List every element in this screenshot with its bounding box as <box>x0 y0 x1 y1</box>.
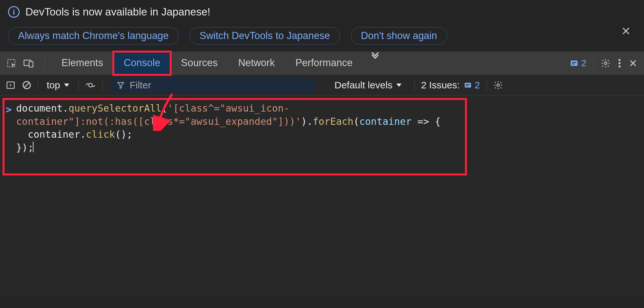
separator <box>414 80 415 91</box>
issues-link[interactable]: 2 Issues: 2 <box>421 80 480 91</box>
switch-language-button[interactable]: Switch DevTools to Japanese <box>190 27 340 45</box>
svg-rect-5 <box>572 64 575 64</box>
svg-point-12 <box>89 83 92 87</box>
log-levels-selector[interactable]: Default levels <box>335 80 402 91</box>
issues-chip: 2 <box>464 80 480 91</box>
dont-show-again-button[interactable]: Don't show again <box>351 27 447 45</box>
separator <box>78 80 79 91</box>
tab-elements[interactable]: Elements <box>51 52 113 75</box>
tab-performance[interactable]: Performance <box>285 52 363 75</box>
issues-badge-count: 2 <box>475 80 480 91</box>
svg-point-9 <box>619 65 621 68</box>
close-icon[interactable] <box>621 26 631 36</box>
svg-rect-3 <box>571 61 578 66</box>
console-toolbar: top Filter Default levels 2 Issues: 2 <box>0 75 644 95</box>
issues-count-label: 2 <box>581 58 586 68</box>
console-area[interactable]: > document.querySelectorAll('[class^="aw… <box>0 95 644 295</box>
svg-point-16 <box>497 84 499 86</box>
filter-placeholder: Filter <box>130 80 151 91</box>
tab-network[interactable]: Network <box>228 52 285 75</box>
separator <box>38 80 38 91</box>
tab-sources[interactable]: Sources <box>171 52 228 75</box>
live-expression-icon[interactable] <box>85 80 96 90</box>
tabbar-right: 2 <box>570 57 638 69</box>
console-settings-icon[interactable] <box>493 80 503 90</box>
console-code[interactable]: document.querySelectorAll('[class^="awsu… <box>16 102 441 154</box>
clear-console-icon[interactable] <box>22 80 32 90</box>
more-tabs-icon[interactable] <box>363 52 387 75</box>
svg-rect-13 <box>465 83 471 87</box>
devtools-tabbar: Elements Console Sources Network Perform… <box>0 52 644 75</box>
close-devtools-icon[interactable] <box>629 59 638 68</box>
separator <box>593 57 594 69</box>
issues-counter[interactable]: 2 <box>570 58 586 68</box>
info-bar: i DevTools is now available in Japanese!… <box>0 0 644 52</box>
svg-rect-2 <box>29 62 33 67</box>
issues-label: 2 Issues: <box>421 80 460 91</box>
svg-rect-4 <box>572 62 576 63</box>
context-selector[interactable]: top <box>45 80 72 91</box>
text-cursor <box>33 142 33 152</box>
prompt-glyph: > <box>6 102 12 154</box>
filter-input[interactable]: Filter <box>109 77 315 93</box>
info-title-row: i DevTools is now available in Japanese! <box>8 6 636 18</box>
filter-icon <box>117 81 125 89</box>
svg-point-6 <box>604 62 607 65</box>
inspect-element-icon[interactable] <box>6 58 16 68</box>
svg-rect-15 <box>466 85 469 86</box>
kebab-menu-icon[interactable] <box>618 58 621 68</box>
info-buttons: Always match Chrome's language Switch De… <box>8 27 636 45</box>
device-toolbar-icon[interactable] <box>23 58 34 68</box>
tabbar-left <box>6 57 48 69</box>
info-title: DevTools is now available in Japanese! <box>25 6 210 18</box>
separator <box>44 57 45 69</box>
info-icon: i <box>8 6 20 18</box>
svg-rect-14 <box>466 84 470 84</box>
always-match-button[interactable]: Always match Chrome's language <box>8 27 179 45</box>
tab-console[interactable]: Console <box>113 52 171 75</box>
console-prompt[interactable]: > document.querySelectorAll('[class^="aw… <box>6 102 644 154</box>
separator <box>102 80 103 91</box>
svg-point-7 <box>619 59 621 61</box>
tabs: Elements Console Sources Network Perform… <box>51 52 387 75</box>
separator <box>487 80 487 91</box>
toggle-drawer-icon[interactable] <box>6 80 15 90</box>
context-label: top <box>47 80 60 91</box>
svg-point-8 <box>619 62 621 65</box>
gear-icon[interactable] <box>601 58 611 68</box>
levels-label: Default levels <box>335 80 393 91</box>
